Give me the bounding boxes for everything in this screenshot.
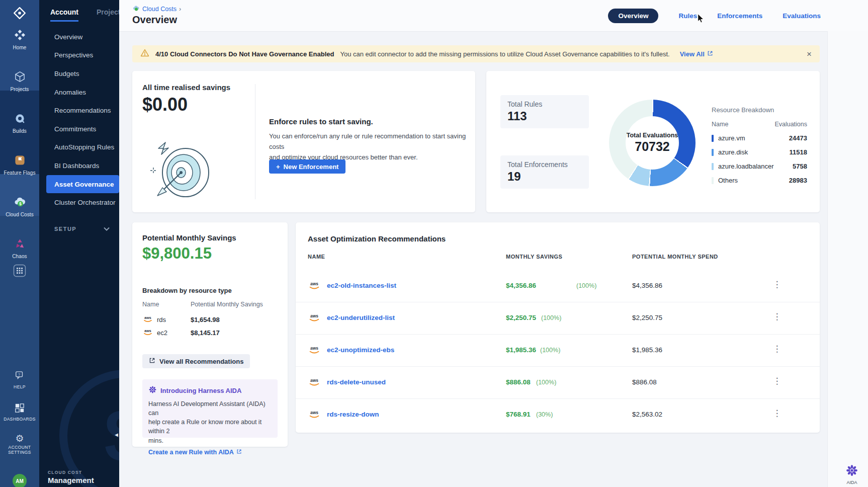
sidebar-item-overview[interactable]: Overview <box>39 28 119 46</box>
tab-account[interactable]: Account <box>50 8 78 22</box>
potential-savings-value: $9,800.15 <box>142 245 212 263</box>
rail-item-chaos[interactable]: Chaos <box>0 231 39 266</box>
table-row[interactable]: aws rds-resize-down $768.91 (30%) $2,563… <box>296 399 820 431</box>
tab-rules[interactable]: Rules <box>678 12 697 20</box>
sidebar-item-asset-governance[interactable]: Asset Governance <box>46 175 119 194</box>
recommendation-link[interactable]: rds-resize-down <box>327 411 379 418</box>
sidebar-item-budgets[interactable]: Budgets <box>39 64 119 83</box>
kebab-menu-icon[interactable]: ⋮ <box>772 376 782 386</box>
rail-item-dashboards[interactable]: DASHBOARDS <box>0 398 39 427</box>
module-picker-button[interactable] <box>0 262 39 282</box>
sidebar-item-perspectives[interactable]: Perspectives <box>39 46 119 65</box>
tab-project[interactable]: Project <box>97 8 119 22</box>
banner-close-icon[interactable]: × <box>807 50 812 58</box>
banner-message: You can edit connector to add the missin… <box>340 50 669 58</box>
legend-row: azure.loadbalancer 5758 <box>712 163 807 170</box>
breadcrumb-separator: › <box>179 6 181 13</box>
sidebar-item-autostopping-rules[interactable]: AutoStopping Rules <box>39 138 119 157</box>
gear-icon: ⚙ <box>15 434 24 443</box>
total-enforcements-label: Total Enforcements <box>507 160 582 169</box>
rail-item-account-settings[interactable]: ⚙ ACCOUNT SETTINGS <box>0 429 39 460</box>
legend-swatch <box>712 149 714 156</box>
rail-item-label: Projects <box>11 87 29 92</box>
plus-icon: + <box>276 163 280 171</box>
create-rule-with-aida-link[interactable]: Create a new Rule with AIDA <box>148 449 272 456</box>
aida-fab[interactable]: AIDA <box>841 464 863 485</box>
rail-item-cloud-costs[interactable]: $ Cloud Costs <box>0 189 39 224</box>
savings-percent: (100%) <box>576 282 596 289</box>
view-all-link[interactable]: View All <box>680 50 713 58</box>
aws-icon: aws <box>308 345 321 357</box>
breadcrumb-cloud-costs-link[interactable]: Cloud Costs <box>142 6 177 13</box>
recommendation-link[interactable]: ec2-unoptimized-ebs <box>327 346 394 354</box>
kebab-menu-icon[interactable]: ⋮ <box>772 344 782 354</box>
tab-enforcements[interactable]: Enforcements <box>717 12 762 20</box>
dashboards-icon <box>15 403 25 415</box>
new-enforcement-button[interactable]: + New Enforcement <box>269 159 345 174</box>
rail-item-help[interactable]: ? HELP <box>0 366 39 394</box>
rail-item-projects[interactable]: Projects <box>0 64 39 99</box>
recommendation-link[interactable]: rds-delete-unused <box>327 378 386 386</box>
savings-percent: (100%) <box>536 379 556 386</box>
recommendation-link[interactable]: ec2-old-instances-list <box>327 282 396 289</box>
aws-icon: aws <box>308 281 321 292</box>
evaluations-donut: Total Evaluations 70732 <box>609 100 696 186</box>
harness-logo-icon <box>0 4 39 22</box>
potential-savings-title: Potential Monthly Savings <box>142 233 236 242</box>
rail-item-label: DASHBOARDS <box>4 417 36 422</box>
kebab-menu-icon[interactable]: ⋮ <box>772 279 782 290</box>
rail-item-label: HELP <box>14 385 26 389</box>
donut-center-label: Total Evaluations <box>627 132 678 139</box>
aws-icon: aws <box>142 328 153 338</box>
recommendation-link[interactable]: ec2-underutilized-list <box>327 314 395 321</box>
page-title: Overview <box>132 14 177 26</box>
svg-text:aws: aws <box>310 411 318 416</box>
cloud-costs-icon: $ <box>14 196 26 210</box>
sidebar-item-commitments[interactable]: Commitments <box>39 120 119 138</box>
legend-swatch <box>712 177 714 184</box>
legend-row: azure.disk 11518 <box>712 148 807 156</box>
total-enforcements-value: 19 <box>507 170 582 184</box>
avatar[interactable]: AM <box>13 474 27 487</box>
recommendations-table: aws ec2-old-instances-list $4,356.86 (10… <box>296 270 820 431</box>
sidebar-nav: Overview Perspectives Budgets Anomalies … <box>39 28 119 212</box>
table-row[interactable]: aws ec2-unoptimized-ebs $1,985.36 (100%)… <box>296 335 820 367</box>
realised-savings-value: $0.00 <box>142 94 188 115</box>
right-gutter <box>827 31 868 487</box>
rail-item-label: Feature Flags <box>4 170 36 176</box>
kebab-menu-icon[interactable]: ⋮ <box>772 311 782 322</box>
setup-label: SETUP <box>54 226 76 232</box>
setup-section-toggle[interactable]: SETUP <box>54 226 110 232</box>
enforce-cta-title: Enforce rules to start saving. <box>269 117 373 126</box>
monthly-savings-value: $768.91 <box>506 411 531 418</box>
view-all-recommendations-button[interactable]: View all Recommendations <box>142 354 250 368</box>
table-row[interactable]: aws ec2-underutilized-list $2,250.75 (10… <box>296 302 820 335</box>
chaos-icon <box>14 238 26 252</box>
svg-text:aws: aws <box>144 329 151 333</box>
sidebar-collapse-toggle[interactable]: ◄ <box>114 432 119 438</box>
aws-icon: aws <box>142 315 153 324</box>
savings-percent: (30%) <box>536 411 553 418</box>
sidebar-item-bi-dashboards[interactable]: BI Dashboards <box>39 156 119 175</box>
card-divider <box>255 84 255 199</box>
rail-item-builds[interactable]: Builds <box>0 106 39 141</box>
kebab-menu-icon[interactable]: ⋮ <box>772 408 782 419</box>
rail-item-feature-flags[interactable]: Feature Flags <box>0 147 39 183</box>
sidebar-item-recommendations[interactable]: Recommendations <box>39 101 119 120</box>
tab-overview[interactable]: Overview <box>608 9 658 23</box>
main-content: 4/10 Cloud Connectors Do Not Have Govern… <box>119 31 827 487</box>
sidebar-item-anomalies[interactable]: Anomalies <box>39 83 119 102</box>
table-row[interactable]: aws rds-delete-unused $886.08 (100%) $88… <box>296 367 820 399</box>
external-link-icon <box>236 449 242 456</box>
rail-item-label: Cloud Costs <box>6 212 34 217</box>
tab-evaluations[interactable]: Evaluations <box>783 12 821 20</box>
svg-text:aws: aws <box>144 316 151 319</box>
aida-flower-icon <box>148 385 157 395</box>
rail-item-label: Chaos <box>12 254 27 259</box>
sidebar-item-cluster-orchestrator[interactable]: Cluster Orchestrator <box>39 193 119 212</box>
breadcrumb: Cloud Costs › <box>132 5 181 13</box>
table-row[interactable]: aws ec2-old-instances-list $4,356.86 (10… <box>296 270 820 302</box>
projects-icon <box>14 71 26 85</box>
rail-item-home[interactable]: Home <box>0 22 39 57</box>
potential-spend-value: $4,356.86 <box>632 282 662 289</box>
